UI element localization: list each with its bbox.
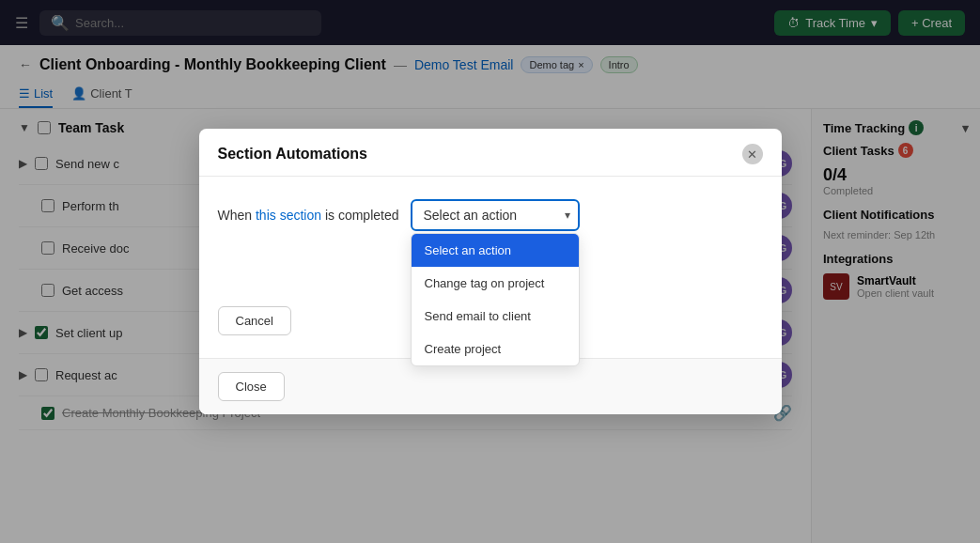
- modal-body: When this section is completed Select an…: [199, 177, 782, 358]
- close-button[interactable]: Close: [218, 372, 285, 401]
- dropdown-item-select-action[interactable]: Select an action: [412, 234, 579, 267]
- modal-overlay[interactable]: Section Automations ✕ When this section …: [0, 0, 980, 543]
- action-select-container: Select an action ▾ Select an action Chan…: [411, 199, 580, 231]
- modal-close-button[interactable]: ✕: [742, 144, 763, 164]
- condition-row: When this section is completed Select an…: [218, 199, 763, 231]
- modal-footer: Close: [199, 358, 782, 414]
- action-select-trigger[interactable]: Select an action: [411, 199, 580, 231]
- modal-header: Section Automations ✕: [199, 129, 782, 177]
- select-trigger-text: Select an action: [424, 208, 548, 223]
- dropdown-item-create-project[interactable]: Create project: [412, 333, 579, 365]
- dropdown-item-send-email[interactable]: Send email to client: [412, 300, 579, 333]
- section-automations-modal: Section Automations ✕ When this section …: [199, 129, 782, 414]
- cancel-button[interactable]: Cancel: [218, 306, 291, 335]
- dropdown-item-change-tag[interactable]: Change tag on project: [412, 267, 579, 300]
- condition-label: When this section is completed: [218, 208, 399, 223]
- action-dropdown-menu: Select an action Change tag on project S…: [411, 233, 580, 366]
- modal-title: Section Automations: [218, 146, 367, 163]
